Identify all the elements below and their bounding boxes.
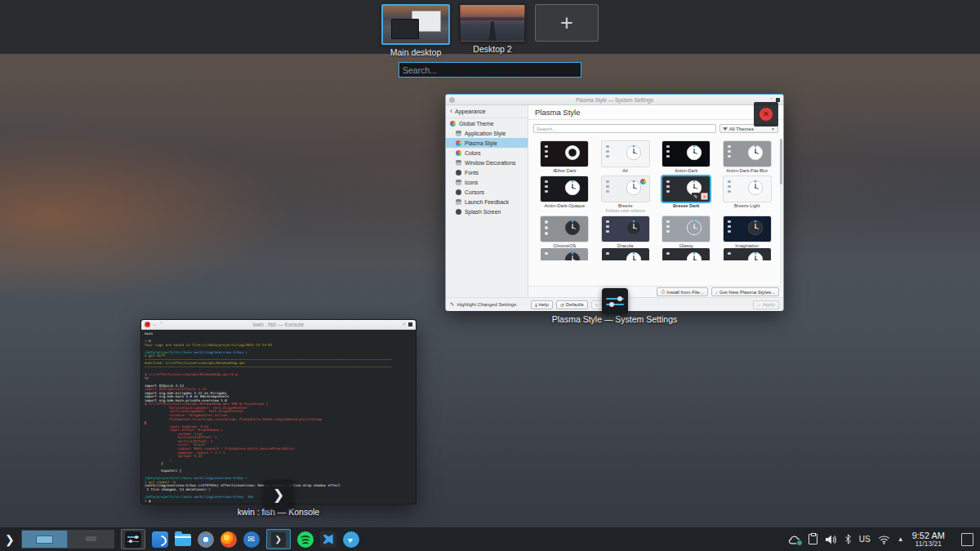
- taskbar-spotify[interactable]: [297, 529, 314, 549]
- close-window-button[interactable]: ✕: [754, 102, 778, 127]
- theme-tile[interactable]: Breeze Light: [719, 176, 776, 213]
- theme-preview[interactable]: [724, 176, 771, 202]
- edit-theme-button[interactable]: ✎: [692, 193, 699, 200]
- sidebar-item-launch-feedback[interactable]: Launch Feedback: [446, 197, 528, 207]
- maximize-icon[interactable]: [776, 98, 780, 102]
- minimize-icon[interactable]: ⌄: [153, 322, 157, 327]
- theme-tile[interactable]: Æther Dark: [537, 141, 593, 173]
- scrollbar-thumb[interactable]: [780, 139, 782, 184]
- system-settings-window[interactable]: Plasma Style — System Settings ⌃ ‹ Appea…: [445, 94, 784, 311]
- theme-tile[interactable]: Glassy: [658, 216, 715, 248]
- clipboard-icon[interactable]: [808, 534, 817, 544]
- network-wifi-icon[interactable]: [878, 535, 890, 544]
- theme-preview[interactable]: [541, 176, 588, 202]
- sidebar-item-fonts[interactable]: Fonts: [446, 167, 528, 177]
- maximize-icon[interactable]: ⌃: [159, 322, 163, 327]
- theme-preview-partial[interactable]: [541, 248, 588, 260]
- theme-tile[interactable]: Dracula: [598, 216, 654, 248]
- overview-search-input[interactable]: [399, 62, 581, 78]
- close-button[interactable]: ✕: [145, 322, 150, 327]
- pager-desktop-1[interactable]: [22, 531, 69, 548]
- keep-above-icon[interactable]: ➚: [402, 322, 406, 327]
- theme-tile[interactable]: ✎✕Breeze Dark: [658, 176, 715, 213]
- taskbar-vscode[interactable]: [320, 529, 336, 549]
- theme-preview[interactable]: [602, 176, 649, 202]
- sidebar-item-application-style[interactable]: Application Style: [446, 128, 528, 138]
- delete-theme-button[interactable]: ✕: [701, 193, 708, 200]
- keyboard-layout-icon[interactable]: US: [859, 535, 871, 544]
- highlight-changed-settings-button[interactable]: ✎ Highlight Changed Settings: [450, 301, 516, 308]
- theme-tile[interactable]: Imagination: [719, 216, 776, 248]
- bluetooth-icon[interactable]: [844, 534, 852, 544]
- taskbar-konsole-task[interactable]: ❯: [266, 529, 291, 549]
- clock-icon: [746, 144, 764, 165]
- theme-tile[interactable]: Antim-Dark: [658, 141, 715, 173]
- theme-preview[interactable]: [724, 141, 771, 167]
- sidebar-item-window-decorations[interactable]: Window Decorations: [446, 158, 528, 167]
- clock-icon: [685, 144, 703, 165]
- install-from-file-button[interactable]: ⎙ Install from File...: [657, 287, 708, 296]
- konsole-window-title: kwin : fish — Konsole: [141, 322, 416, 327]
- desktop-thumbnail[interactable]: Main desktop: [381, 4, 450, 57]
- sidebar-item-icons[interactable]: Icons: [446, 177, 528, 187]
- theme-tile[interactable]: Antim-Dark-Opaque: [537, 176, 593, 213]
- scrollbar[interactable]: [780, 139, 782, 284]
- help-button[interactable]: ℹ Help: [531, 300, 553, 309]
- desktop-preview[interactable]: [381, 4, 450, 45]
- theme-preview[interactable]: [662, 141, 710, 167]
- theme-tile[interactable]: ChromeOS: [537, 216, 593, 248]
- clock-widget[interactable]: 9:52 AM 11/13/21: [912, 531, 945, 548]
- desktop-thumbnail[interactable]: Desktop 2: [460, 4, 525, 54]
- theme-preview[interactable]: [541, 141, 588, 167]
- panel-icons: [545, 220, 548, 235]
- taskbar-telegram[interactable]: ➤: [343, 529, 359, 549]
- taskbar-thunderbird[interactable]: ✉: [243, 529, 260, 549]
- theme-preview[interactable]: [724, 216, 771, 242]
- show-desktop-button[interactable]: [961, 533, 973, 546]
- sidebar-item-plasma-style[interactable]: Plasma Style: [446, 138, 528, 148]
- theme-tile[interactable]: Air: [598, 141, 654, 173]
- theme-preview-partial[interactable]: [602, 248, 649, 260]
- nextcloud-sync-icon[interactable]: [788, 535, 801, 544]
- theme-tile[interactable]: Antim-Dark-Flat-Blur: [719, 141, 776, 173]
- desktop-preview[interactable]: [460, 4, 525, 42]
- taskbar-pager[interactable]: [21, 529, 114, 549]
- theme-preview[interactable]: [662, 216, 710, 242]
- taskbar-discover[interactable]: [152, 529, 168, 549]
- theme-preview[interactable]: [602, 216, 649, 242]
- taskbar-dolphin-file-manager[interactable]: [175, 529, 191, 549]
- taskbar-firefox[interactable]: [220, 529, 237, 549]
- pager-desktop-2[interactable]: [68, 531, 114, 548]
- theme-preview[interactable]: [541, 216, 588, 242]
- sidebar-back[interactable]: ‹ Appearance: [446, 105, 528, 118]
- get-new-plasma-styles-button[interactable]: ↓ Get New Plasma Styles...: [711, 287, 779, 296]
- panel-icons: [545, 145, 548, 158]
- sidebar-item-colors[interactable]: Colors: [446, 148, 528, 158]
- konsole-window[interactable]: ✕ ⌄ ⌃ kwin : fish — Konsole ➚ kwin :-3Yo…: [140, 319, 416, 504]
- theme-preview[interactable]: ✎✕: [662, 176, 710, 202]
- menu-icon[interactable]: [408, 322, 412, 327]
- task-button-konsole-task[interactable]: ❯: [266, 529, 291, 549]
- theme-search-input[interactable]: [533, 124, 716, 133]
- theme-preview-partial[interactable]: [724, 248, 771, 260]
- add-desktop-button[interactable]: +: [535, 4, 599, 42]
- theme-preview[interactable]: [602, 141, 649, 167]
- taskbar-panel: ❯✉❯➤ US▲ 9:52 AM 11/13/21: [0, 527, 980, 551]
- taskbar-chromium[interactable]: [198, 529, 214, 549]
- sidebar-item-splash-screen[interactable]: Splash Screen: [446, 207, 528, 216]
- task-button-system-settings-task[interactable]: [121, 529, 145, 549]
- volume-icon[interactable]: [825, 535, 837, 544]
- page-title: Plasma Style: [528, 105, 783, 120]
- panel-icons: [545, 180, 548, 193]
- theme-tile[interactable]: BreezeFollows color scheme: [598, 176, 654, 213]
- sidebar-item-global-theme[interactable]: Global Theme: [446, 118, 528, 128]
- theme-preview-partial[interactable]: [662, 248, 710, 260]
- tray-expander-icon[interactable]: ▲: [898, 535, 904, 543]
- theme-label: Antim-Dark-Opaque: [544, 203, 585, 208]
- defaults-button[interactable]: ↺ Defaults: [556, 300, 588, 309]
- taskbar-system-settings-task[interactable]: [121, 529, 145, 549]
- apply-button[interactable]: ✓ Apply: [753, 300, 779, 309]
- taskbar-app-launcher[interactable]: ❯: [5, 529, 15, 549]
- sidebar-item-cursors[interactable]: Cursors: [446, 187, 528, 197]
- desktop-label: Desktop 2: [473, 44, 511, 54]
